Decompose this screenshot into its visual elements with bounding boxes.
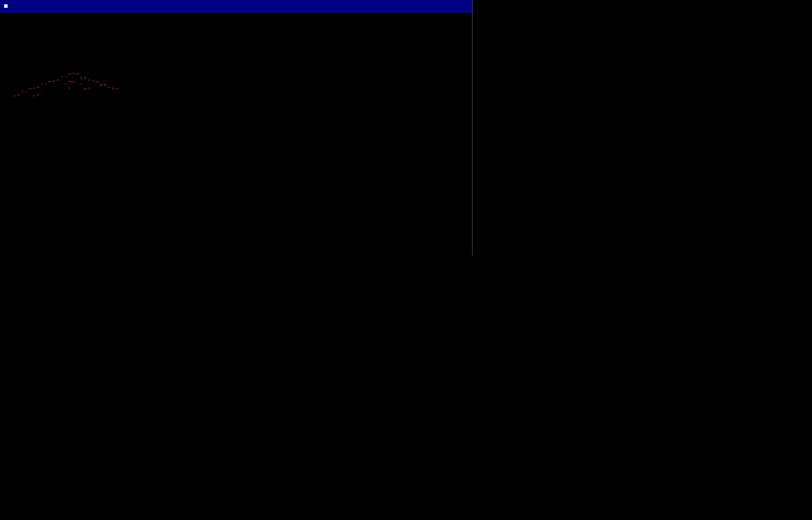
cmd-titlebar-left: ■ (0, 0, 472, 13)
cmd-icon-left: ■ (4, 2, 8, 12)
cmd-window-left: ■ _._ _.-``__ ''-._ _.-`` `. `_. ''-._ .… (0, 0, 473, 256)
cmd-content-left: _._ _.-``__ ''-._ _.-`` `. `_. ''-._ .-`… (0, 13, 472, 101)
